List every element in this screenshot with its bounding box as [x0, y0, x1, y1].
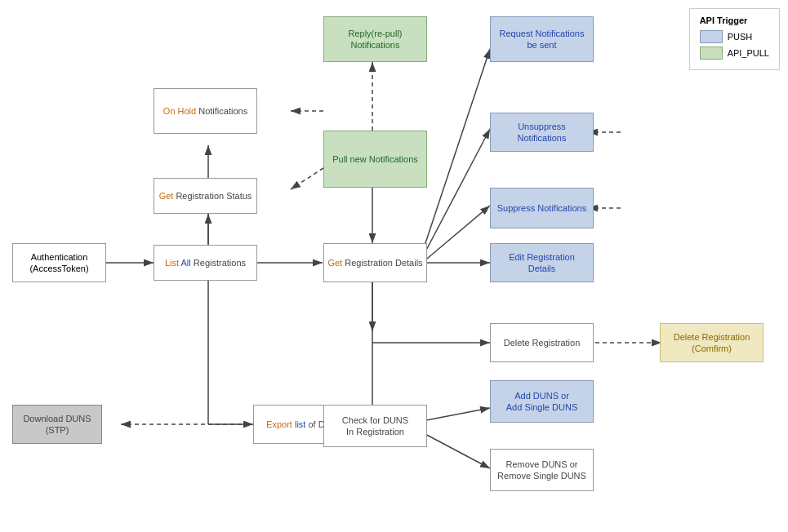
delete-registration-confirm-box: Delete Registration(Comfirm)	[660, 323, 764, 362]
delete-confirm-label: Delete Registration(Comfirm)	[674, 331, 750, 355]
reply-notifications-box: Reply(re-pull) Notifications	[323, 16, 427, 62]
reply-notifications-label: Reply(re-pull) Notifications	[327, 28, 423, 51]
delete-registration-box: Delete Registration	[490, 323, 594, 362]
edit-reg-label: Edit Registration Details	[494, 251, 590, 275]
diagram-container: Authentication (AccessToken) List All Re…	[0, 0, 788, 532]
legend-item-api-pull: API_PULL	[700, 47, 769, 60]
add-duns-box: Add DUNS orAdd Single DUNS	[490, 380, 594, 423]
pull-new-notifications-box: Pull new Notifications	[323, 131, 427, 188]
get-registration-details-box: Get Registration Details	[323, 243, 427, 282]
download-duns-label: Download DUNS(STP)	[23, 413, 91, 437]
get-reg-details-label: Get Registration Details	[327, 257, 422, 268]
legend-box-push	[700, 30, 723, 43]
suppress-label: Suppress Notifications	[497, 202, 586, 214]
authentication-box: Authentication (AccessToken)	[12, 243, 106, 282]
check-for-duns-box: Check for DUNSIn Registration	[323, 405, 427, 447]
list-all-label: List All Registrations	[165, 257, 246, 268]
check-duns-label: Check for DUNSIn Registration	[342, 415, 408, 438]
svg-line-23	[422, 432, 490, 468]
legend-push-label: PUSH	[728, 32, 753, 42]
list-all-registrations-box: List All Registrations	[154, 245, 257, 281]
legend-title: API Trigger	[700, 16, 769, 25]
legend: API Trigger PUSH API_PULL	[689, 8, 780, 70]
get-registration-status-box: Get Registration Status	[154, 178, 257, 214]
request-notifications-box: Request Notificationsbe sent	[490, 16, 594, 62]
svg-line-10	[422, 49, 490, 253]
unsuppress-label: Unsuppress Notifications	[494, 121, 590, 144]
pull-new-label: Pull new Notifications	[332, 153, 418, 165]
authentication-label: Authentication (AccessToken)	[16, 251, 102, 275]
on-hold-label: On Hold Notifications	[163, 105, 247, 117]
svg-line-22	[422, 408, 490, 421]
unsuppress-notifications-box: Unsuppress Notifications	[490, 113, 594, 152]
svg-line-12	[422, 206, 490, 263]
request-notifications-label: Request Notificationsbe sent	[500, 28, 585, 51]
on-hold-notifications-box: On Hold Notifications	[154, 88, 257, 134]
legend-box-api-pull	[700, 47, 723, 60]
svg-line-6	[291, 168, 323, 189]
get-reg-status-label: Get Registration Status	[159, 190, 252, 202]
suppress-notifications-box: Suppress Notifications	[490, 188, 594, 228]
edit-registration-details-box: Edit Registration Details	[490, 243, 594, 282]
svg-line-11	[422, 129, 490, 258]
add-duns-label: Add DUNS orAdd Single DUNS	[506, 390, 577, 414]
legend-item-push: PUSH	[700, 30, 769, 43]
remove-duns-box: Remove DUNS orRemove Single DUNS	[490, 449, 594, 491]
legend-api-pull-label: API_PULL	[728, 48, 769, 58]
delete-reg-label: Delete Registration	[504, 337, 581, 348]
remove-duns-label: Remove DUNS orRemove Single DUNS	[497, 459, 586, 482]
download-duns-box: Download DUNS(STP)	[12, 405, 102, 444]
